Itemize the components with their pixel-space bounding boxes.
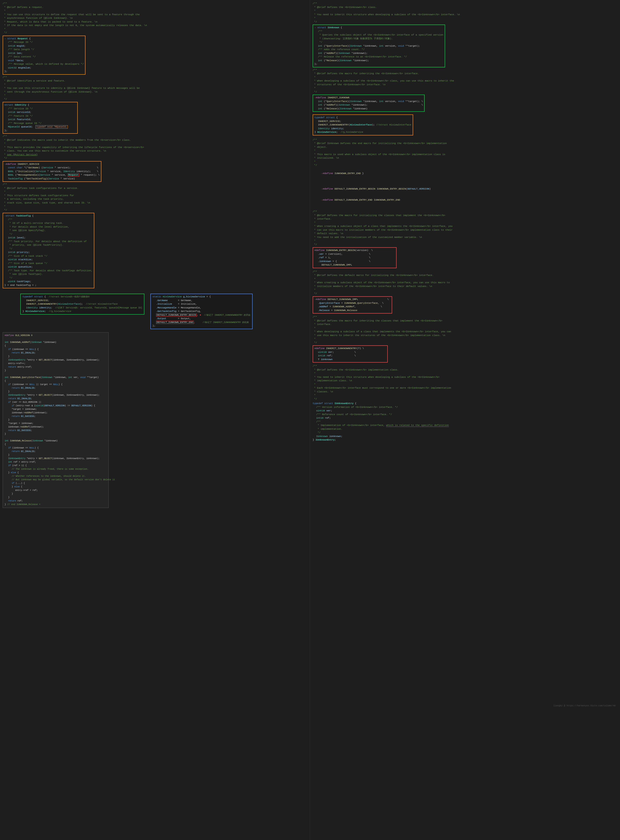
comment-line: *: [313, 326, 617, 330]
struct-identity-line: struct Identity {: [5, 103, 76, 107]
comment-line: */: [313, 292, 617, 296]
comment-line: * use this macro to inherit the structur…: [313, 333, 617, 337]
define-content: T iUnknown: [315, 358, 386, 362]
comment-line: * implementation class. \n: [313, 379, 617, 383]
comment-line: * @brief Defines a request.: [3, 6, 307, 9]
comment-line: * default values. \n: [313, 232, 617, 235]
comment-line: * If the data is not empty and the lengt…: [3, 24, 307, 27]
comment-line: /**: [313, 210, 617, 214]
typedef-hiview-interface-block: typedef struct { INHERIT_SERVICE; INHERI…: [313, 115, 413, 136]
comment-line: * You need to add the initialization of …: [313, 235, 617, 239]
comment-line: /**: [313, 2, 617, 6]
comment-line: * For details about the level definition…: [5, 225, 93, 229]
comment-line: * a service, including the task priority…: [3, 197, 307, 201]
messagehandle-line: .MessageHandle = MessageHandle,: [153, 306, 250, 310]
comment-line: * @brief Defines the <b>IUnknown</b> imp…: [313, 368, 617, 372]
define-line: →#define DEFAULT_IUNKNOWN_IMPL \: [315, 298, 390, 302]
comment-line: /** Size of a task queue */: [5, 262, 93, 265]
define-inherit-iunknownentry-block: #define INHERIT_IUNKNOWNENTRY(T) \ uint1…: [313, 345, 388, 363]
field-line: void *data;: [5, 59, 84, 63]
comment-line: /**: [313, 68, 617, 72]
comment-line: /**: [313, 420, 617, 424]
comment-line: /** Adds the reference count. */: [315, 48, 443, 51]
comment-line: /**: [313, 315, 617, 319]
comment-line: */: [313, 397, 617, 401]
comment-line: *: [3, 142, 307, 146]
comment-line: * Request, which is data that is packed …: [3, 20, 307, 24]
comment-line: /** Feature ID */: [5, 114, 76, 118]
define-content: TaskConfig (*GetTaskConfig)(Service * se…: [5, 177, 99, 181]
comment-line: */: [313, 431, 617, 434]
comment-line: /**: [3, 134, 307, 138]
comment-line: */: [3, 208, 307, 212]
define-line: →#define INHERIT_IUKNOWN: [315, 96, 423, 100]
define-default-begin: →#define DEFAULT_IUNKNOWN_ENTRY_BEGIN IU…: [313, 184, 617, 195]
inherit-iunknownentry-comment-block: /** * @brief Defines the macro for inher…: [313, 315, 617, 344]
comment-line: * initialized. \n: [313, 156, 617, 160]
comment-line: *: [313, 239, 617, 243]
comment-line: *: [313, 277, 617, 281]
comment-line: * You need to inherit this structure whe…: [313, 376, 617, 379]
comment-line: * @brief Defines the macro for initializ…: [313, 214, 617, 217]
comment-line: /** Size of a task stack */: [5, 254, 93, 258]
comment-line: /** Data content */: [5, 55, 84, 59]
iunknownentry-comment-block: /** * @brief Defines the <b>IUnknown</b>…: [313, 364, 617, 401]
comment-line: * structures of the <b>IUnknown</b> inte…: [313, 83, 617, 87]
comment-line: * This macro provides the capability of …: [3, 146, 307, 149]
comment-line: * @brief Defines the <b>IUnknown</b> cla…: [313, 6, 617, 9]
static-hiviewservice-block: static HiviewService g_hiviewService = {…: [150, 294, 253, 329]
comment-line: /** Version information of <b>IUnknown</…: [313, 406, 617, 409]
comment-line: * see {@link SpecifyTag}.: [5, 229, 93, 232]
define-content: .AddRef = IUNKNOWN_AddRef, \: [315, 305, 390, 309]
field-line: int16 msgId;: [5, 44, 84, 48]
field-line: int16 priority;: [5, 250, 93, 254]
comment-line: */: [313, 341, 617, 345]
define-content: .ref = 1, \: [315, 256, 395, 259]
closing-brace: };: [5, 129, 76, 133]
define-default-impl-block: →#define DEFAULT_IUNKNOWN_IMPL \ .QueryI…: [313, 296, 392, 314]
left-code-panel: /** * @brief Defines a request. * * You …: [0, 0, 310, 840]
comment-line: /**: [3, 183, 307, 187]
comment-line: * ID of a multi-service sharing task.: [5, 222, 93, 225]
struct-request-block: → struct Request { /** Message ID */ int…: [3, 36, 86, 75]
define-entry-end: →#define IUNKNOWN_ENTRY_END }: [313, 168, 617, 179]
comment-line: * (downcasting: 父类指针/对象 转换类型为 子类指针/对象).: [315, 37, 443, 41]
comment-line: /** Service ID */: [5, 107, 76, 111]
comment-line: */: [5, 247, 93, 251]
comment-line: *: [3, 94, 307, 97]
default-impl-comment-block: /** * @brief Defines the default marco f…: [313, 270, 617, 296]
comment-line: * @brief Defines the macro for inheritin…: [313, 319, 617, 323]
define-content: int (*AddRef)(IUnknown *iUnknown); \: [315, 103, 423, 107]
comment-line: *: [3, 205, 307, 208]
comment-line: * This macro is used when a subclass obj…: [313, 153, 617, 157]
typedef-line: typedef struct IUnknownEntry {: [313, 402, 617, 406]
define-line: →#define INHERIT_SERVICE: [5, 162, 99, 166]
comment-line: * @brief Identifies a service and featur…: [3, 79, 307, 83]
comment-line: * You need to inherit this structure whe…: [313, 13, 617, 17]
comment-line: *: [313, 372, 617, 376]
comment-line: * When developing a subclass of the <b>I…: [313, 79, 617, 83]
comment-line: /** Reference count of <b>IUnknown</b> i…: [313, 413, 617, 416]
field-line: MQueueId queueId; typedef void *MQueueId…: [5, 125, 76, 129]
field-line: int16 featureId;: [5, 118, 76, 122]
field-line: int16 len;: [5, 51, 84, 55]
comment-line: *: [3, 83, 307, 87]
inherit-entry-line: INHERIT_IUNKNOWNENTRY(HiviewInterface); …: [23, 302, 142, 306]
static-line: static HiviewService g_hiviewService = {: [153, 295, 250, 299]
comment-line: * classes. \n: [313, 390, 617, 394]
main-container: /** * @brief Defines a request. * * You …: [0, 0, 620, 840]
getname-line: .GetName = GetName,: [153, 299, 250, 302]
comment-line: *: [313, 337, 617, 341]
right-code-panel: /** * @brief Defines the <b>IUnknown</b>…: [310, 0, 620, 840]
field-line: uint32 msgValue;: [5, 66, 84, 70]
define-content: uint16 ver; \: [315, 350, 386, 354]
comment-line: /**: [3, 75, 307, 79]
define-inherit-service-block: →#define INHERIT_SERVICE const char *(*G…: [3, 161, 101, 182]
comment-line: * stack size, queue size, task type, and…: [3, 201, 307, 205]
field-line: IUnknown iUnknown;: [313, 434, 617, 438]
define-content: .ver = (version), \: [315, 252, 395, 256]
define-content: DEFAULT_IUNKNOWN_IMPL: [315, 263, 395, 267]
comment-line: * asynchronous function of {@link IUnkno…: [3, 17, 307, 20]
comment-line: *: [313, 288, 617, 292]
inherit-service-line: INHERIT_SERVICE;: [23, 299, 142, 302]
